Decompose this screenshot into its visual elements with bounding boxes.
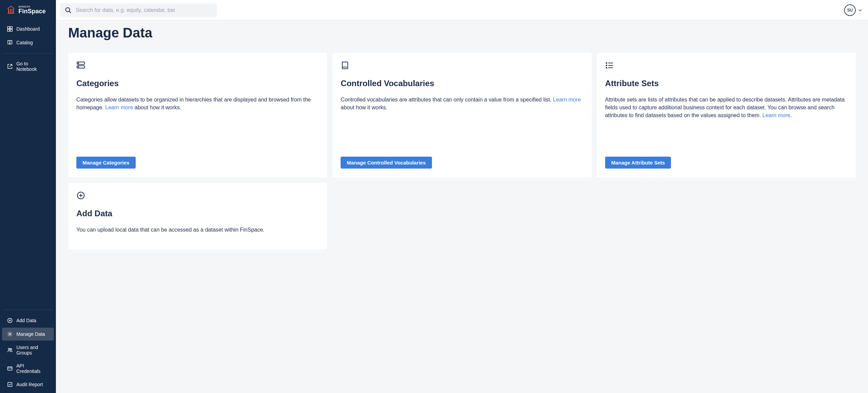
svg-point-14 <box>66 7 70 12</box>
page-title: Manage Data <box>68 25 856 41</box>
search-input[interactable] <box>76 7 212 13</box>
card-title: Attribute Sets <box>605 79 848 88</box>
book-icon <box>341 61 583 70</box>
learn-more-link[interactable]: Learn more <box>762 112 790 118</box>
search-icon <box>65 7 72 14</box>
audit-icon <box>7 381 13 388</box>
svg-rect-12 <box>8 367 12 370</box>
sidebar-item-label: Dashboard <box>16 26 40 32</box>
sidebar-item-label: Manage Data <box>16 331 45 337</box>
topbar: SU <box>56 0 868 20</box>
sidebar-item-catalog[interactable]: Catalog <box>2 36 54 49</box>
manage-categories-button[interactable]: Manage Categories <box>76 157 136 169</box>
sidebar-item-label: Audit Report <box>16 382 43 387</box>
svg-rect-3 <box>8 13 14 14</box>
sidebar-divider <box>3 310 53 310</box>
sidebar-item-notebook[interactable]: Go to Notebook <box>2 58 54 75</box>
card-title: Controlled Vocabularies <box>341 79 583 88</box>
user-avatar: SU <box>844 4 856 16</box>
svg-rect-1 <box>11 9 12 13</box>
card-add-data: Add Data You can upload local data that … <box>68 183 327 249</box>
sidebar-item-label: Catalog <box>16 40 33 45</box>
sidebar-item-label: API Credentials <box>16 363 49 374</box>
card-description: Attribute sets are lists of attributes t… <box>605 96 848 120</box>
svg-rect-6 <box>8 29 10 31</box>
users-icon <box>7 347 13 353</box>
learn-more-link[interactable]: Learn more <box>553 97 581 103</box>
dashboard-icon <box>7 26 13 32</box>
svg-point-20 <box>606 65 607 66</box>
sidebar-item-audit-report[interactable]: Audit Report <box>2 378 54 391</box>
sidebar-item-api-credentials[interactable]: API Credentials <box>2 360 54 377</box>
svg-rect-2 <box>13 9 14 13</box>
svg-rect-0 <box>8 9 9 13</box>
manage-vocabularies-button[interactable]: Manage Controlled Vocabularies <box>341 157 432 169</box>
svg-point-10 <box>9 348 10 350</box>
sidebar-item-label: Users and Groups <box>16 345 49 356</box>
categories-icon <box>76 61 319 70</box>
sidebar-item-add-data[interactable]: Add Data <box>2 314 54 327</box>
chevron-down-icon <box>858 8 863 13</box>
card-categories: Categories Categories allow datasets to … <box>68 53 327 177</box>
card-description: Controlled vocabularies are attributes t… <box>341 96 583 111</box>
svg-point-9 <box>9 333 11 335</box>
svg-rect-4 <box>8 27 10 29</box>
svg-rect-7 <box>10 29 12 31</box>
sidebar-item-manage-data[interactable]: Manage Data <box>2 328 54 341</box>
sidebar-item-label: Go to Notebook <box>16 61 49 72</box>
card-controlled-vocabularies: Controlled Vocabularies Controlled vocab… <box>332 53 591 177</box>
user-menu[interactable]: SU <box>844 4 863 16</box>
learn-more-link[interactable]: Learn more <box>105 105 133 110</box>
svg-point-18 <box>78 67 79 67</box>
product-logo[interactable]: amazon FinSpace <box>0 0 56 20</box>
gear-icon <box>7 331 13 337</box>
finspace-logo-icon <box>6 5 16 14</box>
svg-point-19 <box>606 63 607 63</box>
card-title: Add Data <box>76 209 319 218</box>
plus-circle-icon <box>7 317 13 324</box>
sidebar-item-users-groups[interactable]: Users and Groups <box>2 341 54 359</box>
sidebar-divider <box>3 53 53 53</box>
svg-point-17 <box>78 63 79 64</box>
svg-rect-5 <box>10 27 12 29</box>
logo-product-text: FinSpace <box>18 8 46 14</box>
card-attribute-sets: Attribute Sets Attribute sets are lists … <box>597 53 856 177</box>
user-initials: SU <box>847 8 853 13</box>
sidebar-item-dashboard[interactable]: Dashboard <box>2 22 54 35</box>
card-title: Categories <box>76 79 319 88</box>
card-description: Categories allow datasets to be organize… <box>76 96 319 111</box>
sidebar: amazon FinSpace Dashboard <box>0 0 56 393</box>
credentials-icon <box>7 365 13 372</box>
manage-attribute-sets-button[interactable]: Manage Attribute Sets <box>605 157 671 169</box>
card-description: You can upload local data that can be ac… <box>76 226 319 234</box>
search-field[interactable] <box>60 3 217 17</box>
svg-point-21 <box>606 67 607 68</box>
external-link-icon <box>7 63 13 69</box>
sidebar-item-label: Add Data <box>16 318 36 323</box>
catalog-icon <box>7 40 13 46</box>
plus-circle-icon <box>76 191 319 200</box>
svg-point-11 <box>11 349 12 350</box>
list-icon <box>605 61 848 70</box>
